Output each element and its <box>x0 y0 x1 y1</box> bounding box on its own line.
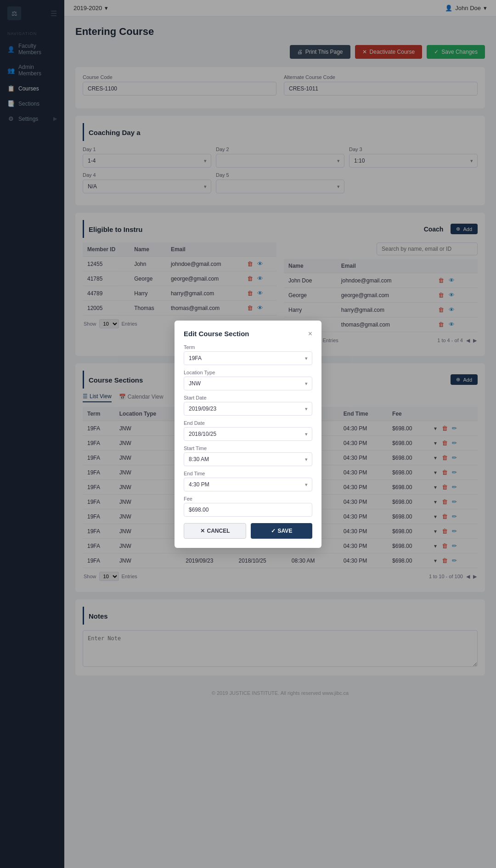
modal-location-select[interactable]: JNW <box>184 377 312 390</box>
modal-fee-label: Fee <box>184 496 312 502</box>
modal-start-time-label: Start Time <box>184 445 312 451</box>
cancel-label: CANCEL <box>207 528 230 534</box>
modal-fee-field: Fee <box>184 496 312 517</box>
modal-start-date-select[interactable]: 2019/09/23 <box>184 402 312 416</box>
modal-start-time-select[interactable]: 8:30 AM <box>184 452 312 466</box>
modal-start-time-select-wrapper: 8:30 AM <box>184 452 312 466</box>
modal-start-date-field: Start Date 2019/09/23 <box>184 395 312 416</box>
modal-cancel-button[interactable]: ✕ CANCEL <box>184 523 246 539</box>
modal-term-label: Term <box>184 344 312 350</box>
modal-save-button[interactable]: ✓ SAVE <box>251 523 312 539</box>
modal-end-time-select[interactable]: 4:30 PM <box>184 478 312 491</box>
modal-term-select[interactable]: 19FA <box>184 351 312 365</box>
modal-location-select-wrapper: JNW <box>184 377 312 390</box>
modal-location-label: Location Type <box>184 370 312 375</box>
modal-fee-input[interactable] <box>184 503 312 517</box>
modal-end-time-field: End Time 4:30 PM <box>184 471 312 491</box>
modal-end-date-select[interactable]: 2018/10/25 <box>184 427 312 441</box>
modal-term-select-wrapper: 19FA <box>184 351 312 365</box>
modal-close-button[interactable]: × <box>308 330 312 338</box>
modal-end-date-field: End Date 2018/10/25 <box>184 420 312 441</box>
modal-start-time-field: Start Time 8:30 AM <box>184 445 312 466</box>
modal-term-field: Term 19FA <box>184 344 312 365</box>
modal-end-time-select-wrapper: 4:30 PM <box>184 478 312 491</box>
modal-location-field: Location Type JNW <box>184 370 312 390</box>
cancel-x-icon: ✕ <box>200 528 205 534</box>
edit-course-section-modal: Edit Course Section × Term 19FA Location… <box>175 321 321 548</box>
modal-title: Edit Course Section <box>184 330 249 338</box>
save-label: SAVE <box>278 528 293 534</box>
modal-end-time-label: End Time <box>184 471 312 476</box>
modal-end-date-select-wrapper: 2018/10/25 <box>184 427 312 441</box>
modal-actions: ✕ CANCEL ✓ SAVE <box>184 523 312 539</box>
modal-end-date-label: End Date <box>184 420 312 426</box>
modal-overlay[interactable]: Edit Course Section × Term 19FA Location… <box>0 0 496 868</box>
modal-start-date-label: Start Date <box>184 395 312 400</box>
modal-start-date-select-wrapper: 2019/09/23 <box>184 402 312 416</box>
modal-header: Edit Course Section × <box>184 330 312 338</box>
save-check-icon: ✓ <box>271 528 276 534</box>
